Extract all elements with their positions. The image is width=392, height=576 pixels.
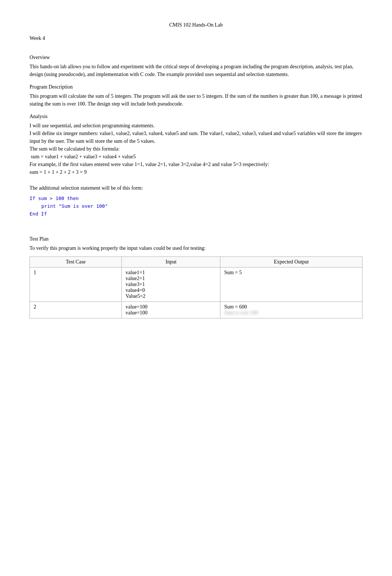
selection-statement-intro: The additional selection statement will … <box>30 184 362 192</box>
input-2: value=100 value=100 <box>122 302 220 318</box>
expected-output-2: Sum = 600 Sum is over 100 <box>220 302 362 318</box>
blurred-output: Sum is over 100 <box>224 310 258 315</box>
code-line-2: print "Sum is over 100" <box>41 203 362 210</box>
test-case-1: 1 <box>30 268 122 302</box>
table-header-test-case: Test Case <box>30 257 122 268</box>
code-line-3: End If <box>30 210 362 218</box>
input-1: value1=1 value2=1 value3=1 value4=0 Valu… <box>122 268 220 302</box>
code-block: If sum > 100 then print "Sum is over 100… <box>30 195 362 218</box>
program-description-text: This program will calculate the sum of 5… <box>30 92 362 108</box>
analysis-line-1: I will define six integer numbers: value… <box>30 130 362 145</box>
table-row: 1 value1=1 value2=1 value3=1 value4=0 Va… <box>30 268 362 302</box>
analysis-line-2: The sum will be calculated by this formu… <box>30 145 362 153</box>
code-line-1: If sum > 100 then <box>30 195 362 203</box>
week-label: Week 4 <box>30 35 362 41</box>
table-header-input: Input <box>122 257 220 268</box>
overview-text: This hands-on lab allows you to follow a… <box>30 63 362 78</box>
test-plan-table: Test Case Input Expected Output 1 value1… <box>30 256 362 318</box>
analysis-line-0: I will use sequential, and selection pro… <box>30 122 362 130</box>
table-row: 2 value=100 value=100 Sum = 600 Sum is o… <box>30 302 362 318</box>
test-plan-label: Test Plan <box>30 236 362 242</box>
test-plan-intro: To verify this program is working proper… <box>30 244 362 252</box>
expected-output-1: Sum = 5 <box>220 268 362 302</box>
program-description-label: Program Description <box>30 84 362 90</box>
analysis-line-4: For example, if the first values entered… <box>30 161 362 168</box>
overview-label: Overview <box>30 55 362 61</box>
analysis-label: Analysis <box>30 114 362 120</box>
analysis-line-5: sum = 1 + 1 + 2 + 2 + 3 = 9 <box>30 168 362 176</box>
test-case-2: 2 <box>30 302 122 318</box>
analysis-line-3: sum = value1 + value2 + value3 + value4 … <box>30 153 362 161</box>
page-title: CMIS 102 Hands-On Lab <box>30 22 362 28</box>
table-header-expected-output: Expected Output <box>220 257 362 268</box>
